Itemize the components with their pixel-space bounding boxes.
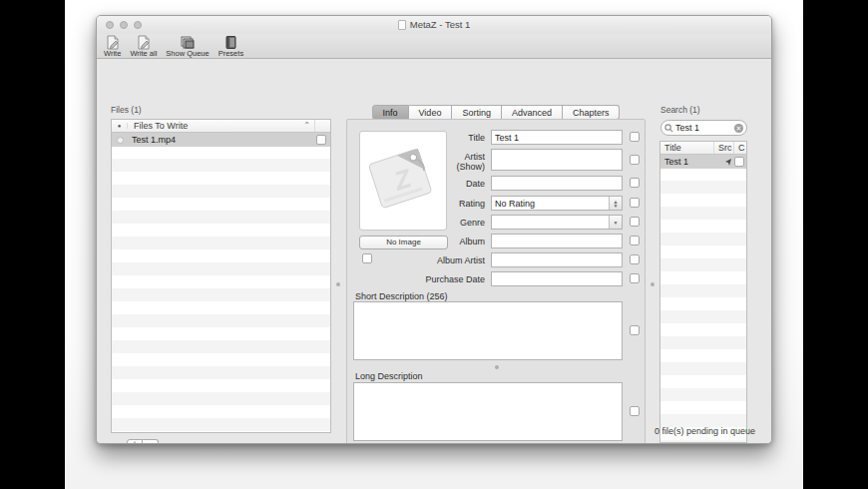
presets-button[interactable]: Presets [218, 35, 243, 58]
tab-video[interactable]: Video [409, 105, 453, 120]
files-table: ● Files To Write ⌃ Test 1.mp4 [111, 119, 331, 433]
search-result-title: Test 1 [664, 157, 688, 167]
title-label: Title [385, 133, 485, 143]
file-checkbox[interactable] [316, 135, 326, 145]
write-all-button[interactable]: Write all [130, 35, 157, 58]
show-queue-button[interactable]: Show Queue [166, 35, 209, 58]
tab-info[interactable]: Info [372, 105, 409, 120]
album-artist-label: Album Artist [385, 255, 485, 265]
rating-checkbox[interactable] [630, 198, 640, 208]
left-splitter-handle[interactable] [336, 282, 340, 286]
sort-ascending-icon: ⌃ [303, 123, 310, 129]
add-remove-control: + − [127, 439, 159, 444]
album-artist-input[interactable] [491, 252, 623, 267]
window-content: Files (1) ● Files To Write ⌃ Test 1.mp4 [97, 59, 771, 443]
genre-checkbox[interactable] [630, 217, 640, 227]
genre-label: Genre [385, 218, 485, 228]
title-bar[interactable]: MetaZ - Test 1 [97, 16, 771, 34]
remove-file-button[interactable]: − [143, 439, 159, 444]
info-tab-panel: Z No Image Title Artist(Show) [346, 119, 646, 444]
purchase-date-input[interactable] [491, 271, 623, 286]
write-all-icon [136, 35, 152, 50]
page-background: MetaZ - Test 1 Write Write all Show Qu [65, 0, 803, 489]
long-description-label: Long Description [355, 371, 423, 381]
file-row[interactable]: Test 1.mp4 [112, 133, 330, 147]
tab-advanced[interactable]: Advanced [502, 105, 563, 120]
search-panel-title: Search (1) [660, 105, 700, 115]
title-input[interactable] [491, 130, 623, 145]
toolbar: Write Write all Show Queue Presets [97, 34, 771, 59]
tab-sorting[interactable]: Sorting [452, 105, 502, 120]
rating-popup[interactable]: No Rating ▲▼ [491, 196, 623, 211]
file-status-dot [117, 137, 124, 144]
right-splitter-handle[interactable] [651, 282, 654, 286]
album-label: Album [385, 237, 485, 246]
files-table-header[interactable]: ● Files To Write ⌃ [112, 120, 330, 133]
source-badge-icon [724, 158, 732, 166]
metaz-window: MetaZ - Test 1 Write Write all Show Qu [96, 15, 772, 444]
toolbar-item-label: Show Queue [166, 50, 209, 58]
presets-icon [222, 35, 238, 50]
search-field[interactable]: ✕ [660, 120, 747, 136]
search-icon [664, 124, 673, 133]
search-result-checkbox[interactable] [734, 157, 744, 167]
search-results-table: Title Src C Test 1 [659, 141, 747, 443]
short-description-checkbox[interactable] [630, 325, 640, 335]
date-input[interactable] [491, 176, 623, 191]
add-file-button[interactable]: + [127, 439, 143, 444]
album-checkbox[interactable] [630, 236, 640, 245]
write-icon [105, 35, 121, 50]
purchase-date-label: Purchase Date [385, 274, 485, 284]
toolbar-item-label: Write all [130, 50, 157, 58]
combo-arrow-icon: ▼ [609, 216, 622, 229]
long-description-textarea[interactable] [353, 382, 623, 441]
artist-label: Artist(Show) [385, 152, 485, 172]
search-input[interactable] [675, 123, 734, 133]
search-table-header[interactable]: Title Src C [660, 142, 746, 155]
rating-label: Rating [385, 199, 485, 209]
date-checkbox[interactable] [630, 178, 640, 188]
clear-search-icon[interactable]: ✕ [734, 124, 743, 133]
search-result-row[interactable]: Test 1 [660, 155, 746, 169]
artwork-checkbox[interactable] [362, 253, 372, 263]
files-to-write-column-header[interactable]: Files To Write ⌃ [128, 121, 314, 131]
short-description-label: Short Description (256) [355, 291, 448, 301]
queue-status-text: 0 file(s) pending in queue [654, 426, 755, 436]
popup-stepper-icon: ▲▼ [609, 197, 622, 210]
tab-bar: Info Video Sorting Advanced Chapters [346, 105, 646, 120]
c-column-header[interactable]: C [733, 142, 746, 154]
artist-input[interactable] [491, 149, 623, 171]
tab-chapters[interactable]: Chapters [563, 105, 621, 120]
description-splitter-handle[interactable] [495, 365, 499, 369]
file-name: Test 1.mp4 [132, 135, 176, 145]
show-queue-icon [180, 35, 196, 50]
document-proxy-icon[interactable] [398, 20, 406, 30]
rating-value: No Rating [492, 199, 609, 209]
window-title: MetaZ - Test 1 [97, 19, 771, 30]
album-artist-checkbox[interactable] [630, 254, 640, 264]
artist-checkbox[interactable] [630, 155, 640, 165]
toolbar-item-label: Presets [218, 50, 243, 58]
album-input[interactable] [491, 234, 623, 248]
files-panel-title: Files (1) [111, 105, 142, 115]
purchase-date-checkbox[interactable] [630, 273, 640, 283]
status-column-header[interactable]: ● [112, 123, 128, 129]
src-column-header[interactable]: Src [713, 142, 733, 154]
title-checkbox[interactable] [630, 132, 640, 142]
short-description-textarea[interactable] [353, 301, 623, 360]
toolbar-item-label: Write [104, 50, 121, 58]
checkbox-column-header[interactable] [314, 120, 330, 132]
long-description-checkbox[interactable] [630, 406, 640, 416]
title-column-header[interactable]: Title [660, 143, 713, 153]
write-button[interactable]: Write [104, 35, 121, 58]
date-label: Date [385, 179, 485, 189]
genre-combobox[interactable]: ▼ [491, 215, 623, 230]
